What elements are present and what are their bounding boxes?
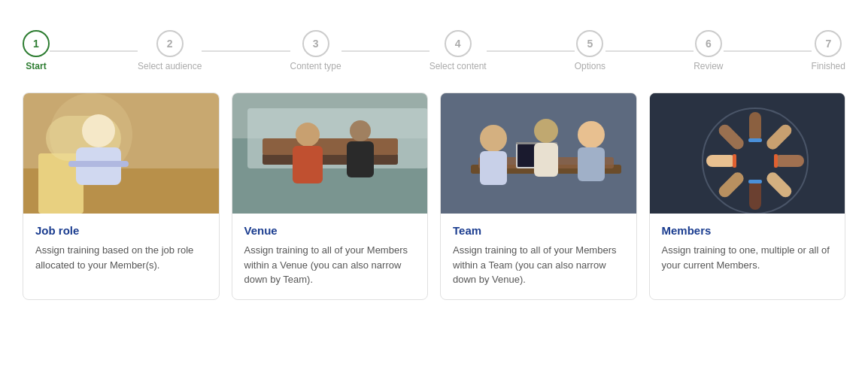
svg-rect-44 xyxy=(733,154,736,168)
step-circle-4: 4 xyxy=(445,30,472,57)
cards-container: Job roleAssign training based on the job… xyxy=(23,92,845,300)
step-circle-3: 3 xyxy=(302,30,329,57)
svg-rect-11 xyxy=(263,153,398,165)
svg-rect-29 xyxy=(534,143,558,177)
step-connector xyxy=(341,50,429,52)
step-5[interactable]: 5Options xyxy=(575,30,605,71)
step-label-6: Review xyxy=(693,61,723,71)
svg-point-28 xyxy=(534,119,558,143)
step-circle-5: 5 xyxy=(576,30,603,57)
svg-point-26 xyxy=(578,121,605,148)
svg-rect-25 xyxy=(480,151,507,185)
step-7[interactable]: 7Finished xyxy=(812,30,845,71)
step-circle-6: 6 xyxy=(695,30,722,57)
svg-rect-43 xyxy=(748,180,762,183)
card-venue[interactable]: VenueAssign training to all of your Memb… xyxy=(232,92,429,300)
svg-point-5 xyxy=(82,114,115,147)
step-circle-1: 1 xyxy=(23,30,50,57)
svg-rect-42 xyxy=(774,154,778,168)
card-image-team xyxy=(441,93,636,214)
step-label-2: Select audience xyxy=(138,61,202,71)
step-connector xyxy=(50,50,138,52)
svg-point-24 xyxy=(480,125,507,152)
step-label-7: Finished xyxy=(812,61,845,71)
svg-rect-41 xyxy=(748,138,762,142)
card-job-role[interactable]: Job roleAssign training based on the job… xyxy=(23,92,220,300)
svg-rect-14 xyxy=(293,146,323,183)
step-connector xyxy=(605,50,693,52)
step-connector xyxy=(724,50,812,52)
stepper: 1Start2Select audience3Content type4Sele… xyxy=(23,30,845,71)
card-title-venue: Venue xyxy=(244,224,416,237)
card-image-job-role xyxy=(23,93,219,214)
step-circle-2: 2 xyxy=(156,30,184,57)
step-label-5: Options xyxy=(575,61,605,71)
card-team[interactable]: TeamAssign training to all of your Membe… xyxy=(440,92,637,300)
step-3[interactable]: 3Content type xyxy=(290,30,341,71)
step-circle-7: 7 xyxy=(815,30,842,57)
step-1[interactable]: 1Start xyxy=(23,30,50,71)
svg-rect-31 xyxy=(650,93,845,214)
svg-rect-12 xyxy=(263,138,398,155)
svg-point-13 xyxy=(296,123,320,147)
step-label-1: Start xyxy=(26,61,46,71)
step-connector xyxy=(487,50,575,52)
card-desc-venue: Assign training to all of your Members w… xyxy=(244,243,416,287)
card-title-job-role: Job role xyxy=(35,224,207,237)
svg-rect-39 xyxy=(706,155,736,167)
card-title-team: Team xyxy=(453,224,624,237)
step-4[interactable]: 4Select content xyxy=(429,30,487,71)
svg-rect-27 xyxy=(578,147,605,181)
card-title-members: Members xyxy=(662,224,833,237)
card-desc-team: Assign training to all of your Members w… xyxy=(453,243,624,287)
step-label-3: Content type xyxy=(290,61,341,71)
svg-rect-16 xyxy=(347,141,374,177)
svg-rect-35 xyxy=(774,155,804,167)
card-image-venue xyxy=(232,93,428,214)
step-label-4: Select content xyxy=(429,61,487,71)
card-members[interactable]: MembersAssign training to one, multiple … xyxy=(649,92,846,300)
card-desc-members: Assign training to one, multiple or all … xyxy=(662,243,833,272)
svg-rect-7 xyxy=(68,161,129,167)
card-image-members xyxy=(650,93,845,214)
card-desc-job-role: Assign training based on the job role al… xyxy=(35,243,207,272)
step-connector xyxy=(202,50,290,52)
step-2[interactable]: 2Select audience xyxy=(138,30,202,71)
svg-rect-37 xyxy=(749,180,761,210)
step-6[interactable]: 6Review xyxy=(693,30,723,71)
svg-point-15 xyxy=(350,120,371,141)
svg-rect-33 xyxy=(749,112,761,142)
